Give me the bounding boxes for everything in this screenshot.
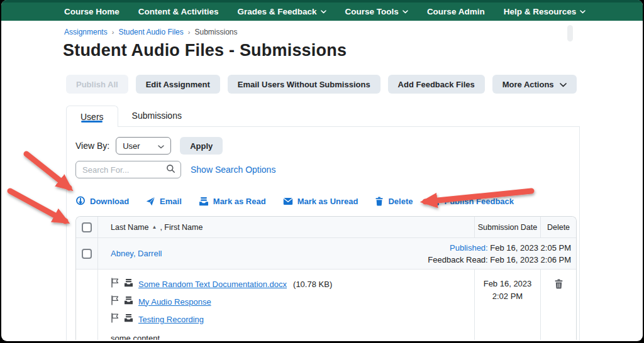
submission-row: Some Random Text Documentation.docx (10.…: [76, 269, 576, 340]
flag-icon[interactable]: [111, 278, 119, 290]
file-link[interactable]: Some Random Text Documentation.docx: [138, 280, 287, 289]
published-status: Published: Feb 16, 2023 2:05 PM: [428, 242, 571, 254]
send-email-icon: [146, 197, 155, 206]
page-title: Student Audio Files - Submissions: [63, 41, 643, 60]
nav-grades-feedback[interactable]: Grades & Feedback: [238, 7, 326, 16]
file-item: My Audio Response: [111, 295, 474, 308]
view-by-label: View By:: [75, 141, 109, 151]
file-link[interactable]: My Audio Response: [138, 297, 211, 307]
read-status-icon[interactable]: [124, 296, 133, 307]
search-input[interactable]: [82, 165, 166, 175]
nav-content-activities[interactable]: Content & Activities: [138, 7, 219, 16]
row-checkbox-cell: [76, 238, 98, 269]
delete-action[interactable]: Delete: [375, 197, 413, 206]
delete-column-header: Delete: [540, 217, 576, 237]
toolbar: Publish All Edit Assignment Email Users …: [66, 75, 643, 94]
file-size: (10.78 KB): [293, 280, 332, 289]
view-by-row: View By: User Apply: [75, 137, 579, 155]
publish-feedback-icon: [430, 197, 440, 206]
name-column-header[interactable]: Last Name ▲ , First Name: [98, 217, 474, 237]
submission-files-cell: Some Random Text Documentation.docx (10.…: [98, 270, 474, 340]
browser-viewport: Course Home Content & Activities Grades …: [1, 0, 643, 341]
nav-course-admin[interactable]: Course Admin: [427, 7, 485, 16]
download-action[interactable]: Download: [75, 196, 129, 206]
user-name-link[interactable]: Abney, Darrell: [111, 249, 162, 258]
feedback-read-status: Feedback Read: Feb 16, 2023 2:06 PM: [428, 254, 571, 266]
file-link[interactable]: Testing Recording: [138, 315, 204, 324]
apply-button[interactable]: Apply: [180, 137, 223, 155]
trash-icon: [375, 197, 384, 206]
submission-date-cell: Feb 16, 2023 2:02 PM: [474, 270, 540, 340]
breadcrumb-assignments[interactable]: Assignments: [64, 28, 108, 36]
file-item: Some Random Text Documentation.docx (10.…: [111, 278, 474, 290]
tab-bar: Users Submissions: [66, 105, 643, 126]
delete-submission-button[interactable]: [553, 278, 565, 292]
read-status-icon[interactable]: [124, 278, 133, 290]
select-all-cell: [76, 217, 98, 237]
chevron-down-icon: [580, 10, 586, 14]
breadcrumb-separator: ›: [188, 28, 191, 36]
search-row: Show Search Options: [75, 161, 579, 178]
file-item: Testing Recording: [111, 313, 474, 325]
add-feedback-files-button[interactable]: Add Feedback Files: [388, 75, 485, 94]
user-row: Abney, Darrell Published: Feb 16, 2023 2…: [76, 237, 576, 269]
read-status-icon[interactable]: [124, 313, 133, 325]
publish-all-button[interactable]: Publish All: [66, 75, 128, 94]
publish-feedback-action[interactable]: Publish Feedback: [430, 197, 514, 206]
table-header-row: Last Name ▲ , First Name Submission Date…: [76, 217, 576, 237]
trash-icon: [554, 281, 564, 291]
email-users-without-submissions-button[interactable]: Email Users Without Submissions: [228, 75, 380, 94]
users-tab-panel: View By: User Apply Show Search Options …: [66, 126, 580, 340]
submission-date-column-header: Submission Date: [474, 217, 540, 237]
flag-icon[interactable]: [111, 295, 119, 308]
edit-assignment-button[interactable]: Edit Assignment: [136, 75, 220, 94]
mark-as-unread-icon: [283, 197, 293, 205]
nav-course-tools[interactable]: Course Tools: [345, 7, 408, 16]
chevron-down-icon: [402, 10, 408, 14]
user-cell: Abney, Darrell Published: Feb 16, 2023 2…: [98, 238, 576, 269]
scrollbar-thumb[interactable]: [567, 25, 573, 41]
submission-delete-cell: [540, 270, 576, 340]
email-action[interactable]: Email: [146, 197, 182, 206]
view-by-select[interactable]: User: [116, 137, 171, 155]
flag-icon[interactable]: [111, 313, 119, 325]
search-icon[interactable]: [166, 164, 175, 176]
mark-as-read-icon: [199, 197, 209, 206]
breadcrumb-separator: ›: [112, 28, 114, 36]
show-search-options-link[interactable]: Show Search Options: [191, 165, 275, 175]
submission-comment: some content: [111, 334, 474, 340]
tab-submissions[interactable]: Submissions: [118, 105, 196, 126]
arrow-to-action-bar: [26, 154, 69, 188]
chevron-down-icon: [321, 10, 326, 14]
bulk-action-bar: Download Email Mark as Read Mark as Unre…: [75, 196, 579, 206]
submission-checkbox-cell: [76, 270, 98, 340]
breadcrumb-current: Submissions: [194, 28, 237, 36]
active-tab-indicator: [81, 121, 103, 122]
download-icon: [75, 196, 86, 206]
nav-help-resources[interactable]: Help & Resources: [504, 7, 586, 16]
more-actions-button[interactable]: More Actions: [492, 75, 577, 94]
chevron-down-icon: [560, 80, 567, 89]
tab-users[interactable]: Users: [66, 106, 118, 127]
mark-as-read-action[interactable]: Mark as Read: [199, 197, 266, 206]
user-row-checkbox[interactable]: [82, 249, 92, 259]
breadcrumb: Assignments › Student Audio Files › Subm…: [64, 28, 643, 36]
course-navbar: Course Home Content & Activities Grades …: [1, 0, 643, 21]
arrow-to-select-all-checkbox: [10, 191, 65, 221]
chevron-down-icon: [158, 141, 164, 151]
breadcrumb-student-audio-files[interactable]: Student Audio Files: [118, 28, 183, 36]
sort-ascending-icon[interactable]: ▲: [152, 224, 157, 230]
search-box: [75, 161, 181, 178]
nav-course-home[interactable]: Course Home: [64, 7, 119, 16]
submissions-table: Last Name ▲ , First Name Submission Date…: [75, 216, 577, 340]
published-label[interactable]: Published:: [450, 243, 488, 253]
mark-as-unread-action[interactable]: Mark as Unread: [283, 197, 358, 206]
select-all-checkbox[interactable]: [82, 222, 92, 232]
feedback-status-block: Published: Feb 16, 2023 2:05 PM Feedback…: [428, 242, 571, 266]
